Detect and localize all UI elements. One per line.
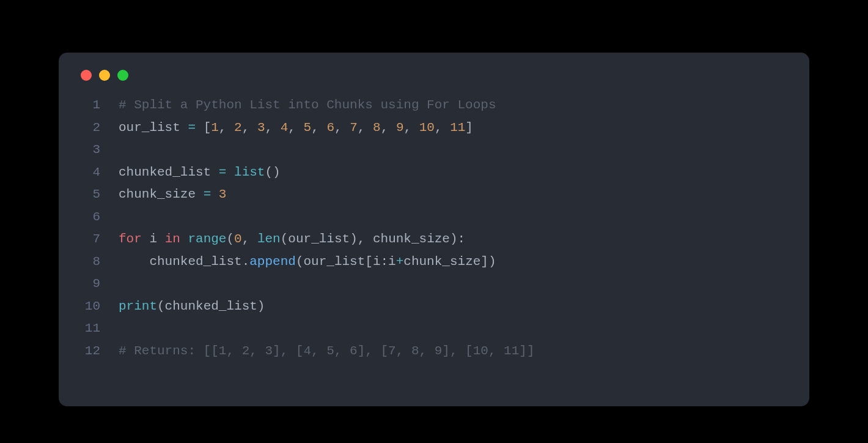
code-token: (our_list[i:i <box>296 255 396 269</box>
code-line: 12# Returns: [[1, 2, 3], [4, 5, 6], [7, … <box>59 340 809 363</box>
line-content: chunked_list = list() <box>119 162 809 184</box>
line-content: for i in range(0, len(our_list), chunk_s… <box>119 228 809 251</box>
line-number: 4 <box>59 162 119 184</box>
code-line: 3 <box>59 139 809 162</box>
code-token: 2 <box>234 121 242 135</box>
code-token: , <box>242 232 257 246</box>
line-content: print(chunked_list) <box>119 296 809 318</box>
line-number: 11 <box>59 318 119 340</box>
code-token: 6 <box>326 121 334 135</box>
code-token: = <box>188 121 196 135</box>
code-token: , <box>435 121 450 135</box>
line-number: 3 <box>59 139 119 162</box>
code-token: ( <box>226 232 234 246</box>
code-window: 1# Split a Python List into Chunks using… <box>59 53 809 406</box>
code-line: 6 <box>59 206 809 229</box>
code-token: 11 <box>450 121 465 135</box>
code-token: 5 <box>304 121 312 135</box>
code-token: 7 <box>350 121 358 135</box>
code-token: , <box>381 121 396 135</box>
code-token: # Returns: [[1, 2, 3], [4, 5, 6], [7, 8,… <box>119 344 535 358</box>
line-content: our_list = [1, 2, 3, 4, 5, 6, 7, 8, 9, 1… <box>119 117 809 140</box>
maximize-icon[interactable] <box>117 70 128 81</box>
line-content <box>119 273 809 296</box>
code-token: 3 <box>219 187 227 201</box>
code-line: 1# Split a Python List into Chunks using… <box>59 94 809 117</box>
code-token: chunk_size]) <box>403 255 496 269</box>
code-token: , <box>358 121 373 135</box>
code-token: , <box>242 121 257 135</box>
code-token: (chunked_list) <box>157 299 265 313</box>
code-token: 0 <box>234 232 242 246</box>
code-token: + <box>396 255 404 269</box>
code-token <box>211 187 219 201</box>
code-token: , <box>288 121 303 135</box>
line-number: 5 <box>59 184 119 206</box>
code-line: 9 <box>59 273 809 296</box>
code-token: , <box>311 121 326 135</box>
close-icon[interactable] <box>81 70 92 81</box>
code-token: 4 <box>281 121 289 135</box>
code-token: chunked_list. <box>119 255 249 269</box>
code-line: 2our_list = [1, 2, 3, 4, 5, 6, 7, 8, 9, … <box>59 117 809 140</box>
line-content <box>119 206 809 229</box>
code-token: for <box>119 232 142 246</box>
line-content: # Returns: [[1, 2, 3], [4, 5, 6], [7, 8,… <box>119 340 809 363</box>
line-content <box>119 139 809 162</box>
line-number: 2 <box>59 117 119 140</box>
code-line: 8 chunked_list.append(our_list[i:i+chunk… <box>59 251 809 274</box>
line-content: chunked_list.append(our_list[i:i+chunk_s… <box>119 251 809 274</box>
code-token: = <box>219 165 227 179</box>
code-token: 9 <box>396 121 404 135</box>
line-number: 8 <box>59 251 119 274</box>
code-token: 1 <box>211 121 219 135</box>
line-content: chunk_size = 3 <box>119 184 809 206</box>
line-content: # Split a Python List into Chunks using … <box>119 94 809 117</box>
window-traffic-lights <box>59 53 809 81</box>
line-number: 12 <box>59 340 119 363</box>
code-token: our_list <box>119 121 188 135</box>
code-token: # Split a Python List into Chunks using … <box>119 98 496 112</box>
code-token: (our_list), chunk_size): <box>281 232 465 246</box>
code-token <box>180 232 188 246</box>
code-token: chunked_list <box>119 165 219 179</box>
code-token: , <box>403 121 419 135</box>
minimize-icon[interactable] <box>99 70 110 81</box>
line-number: 9 <box>59 273 119 296</box>
code-token: print <box>119 299 157 313</box>
code-block: 1# Split a Python List into Chunks using… <box>59 81 809 362</box>
line-content <box>119 318 809 340</box>
code-token: len <box>257 232 281 246</box>
code-token: = <box>204 187 211 201</box>
code-token: 10 <box>419 121 435 135</box>
line-number: 10 <box>59 296 119 318</box>
code-token: ] <box>465 121 473 135</box>
code-token: chunk_size <box>119 187 204 201</box>
code-line: 7for i in range(0, len(our_list), chunk_… <box>59 228 809 251</box>
code-token: range <box>188 232 226 246</box>
code-line: 4chunked_list = list() <box>59 162 809 184</box>
code-token: 8 <box>373 121 381 135</box>
code-line: 10print(chunked_list) <box>59 296 809 318</box>
code-token: in <box>165 232 180 246</box>
code-token: () <box>265 165 280 179</box>
code-token: 3 <box>257 121 265 135</box>
code-line: 5chunk_size = 3 <box>59 184 809 206</box>
code-token: i <box>142 232 165 246</box>
line-number: 1 <box>59 94 119 117</box>
code-line: 11 <box>59 318 809 340</box>
code-token: , <box>334 121 350 135</box>
code-token: , <box>265 121 281 135</box>
code-token: [ <box>196 121 211 135</box>
code-token: list <box>226 165 265 179</box>
code-token: , <box>219 121 234 135</box>
code-token: append <box>249 255 296 269</box>
line-number: 7 <box>59 228 119 251</box>
line-number: 6 <box>59 206 119 229</box>
